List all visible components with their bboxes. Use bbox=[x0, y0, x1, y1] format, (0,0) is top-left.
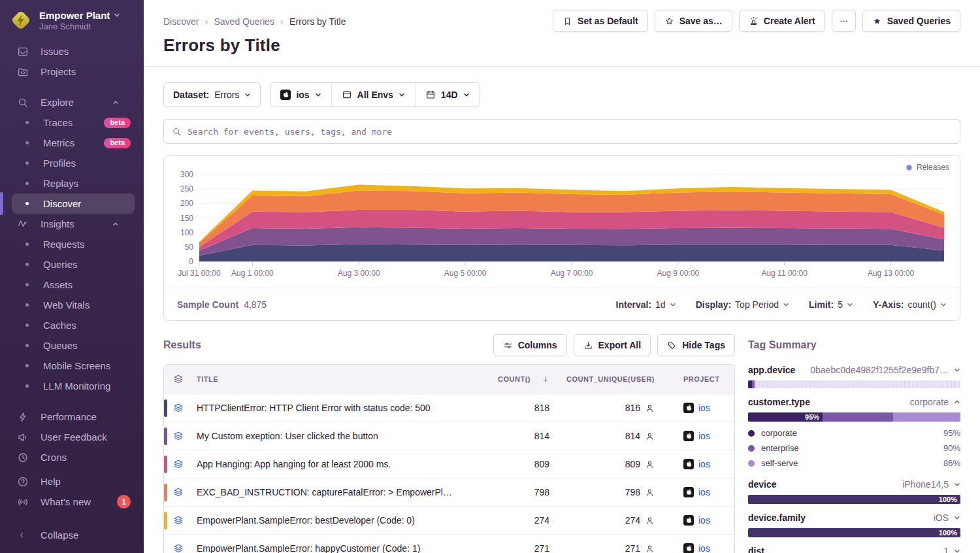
sidebar-item-profiles[interactable]: Profiles bbox=[12, 153, 135, 173]
bullet-dot-icon bbox=[25, 384, 29, 388]
tag-distribution-bar[interactable]: 100% bbox=[748, 528, 960, 537]
column-header-project[interactable]: PROJECT bbox=[662, 375, 734, 383]
row-project-link[interactable]: ios bbox=[662, 459, 734, 469]
tag-value-dot bbox=[748, 430, 755, 437]
stacked-area-chart[interactable]: 050100150200250300Jul 31 00:00Aug 1 00:0… bbox=[164, 159, 960, 288]
row-project-link[interactable]: ios bbox=[662, 543, 734, 553]
hide-tags-button[interactable]: Hide Tags bbox=[657, 334, 735, 356]
create-alert-button[interactable]: Create Alert bbox=[739, 10, 825, 32]
save-as-button[interactable]: Save as… bbox=[655, 10, 732, 32]
column-header-title[interactable]: TITLE bbox=[193, 375, 470, 383]
column-header-count-unique[interactable]: COUNT_UNIQUE(USER) bbox=[555, 375, 662, 383]
bullet-dot-icon bbox=[25, 243, 29, 246]
sidebar-item-metrics[interactable]: Metricsbeta bbox=[12, 133, 135, 153]
tag-bar-segment bbox=[893, 412, 960, 422]
row-title[interactable]: HTTPClientError: HTTP Client Error with … bbox=[193, 403, 470, 413]
saved-queries-button[interactable]: Saved Queries bbox=[862, 10, 960, 32]
layers-icon[interactable] bbox=[173, 431, 184, 441]
siren-icon bbox=[749, 16, 759, 26]
sidebar-item-requests[interactable]: Requests bbox=[12, 234, 135, 254]
user-icon bbox=[645, 431, 655, 441]
layers-icon[interactable] bbox=[173, 543, 184, 553]
row-title[interactable]: App Hanging: App hanging for at least 20… bbox=[193, 459, 470, 469]
column-header-count[interactable]: COUNT() bbox=[470, 375, 555, 383]
chevron-down-icon bbox=[315, 92, 321, 98]
layers-icon[interactable] bbox=[173, 403, 184, 413]
tag-section-toggle[interactable]: customer.typecorporate bbox=[748, 396, 960, 408]
sidebar-item-caches[interactable]: Caches bbox=[12, 315, 135, 335]
sidebar-item-projects[interactable]: Projects bbox=[12, 61, 135, 82]
display-select[interactable]: Display: Top Period bbox=[696, 299, 789, 310]
row-title[interactable]: My Custom exeption: User clicked the but… bbox=[193, 431, 470, 441]
sidebar-item-help[interactable]: Help bbox=[12, 471, 135, 492]
row-count: 814 bbox=[470, 431, 555, 441]
sidebar-item-discover[interactable]: Discover bbox=[12, 193, 135, 214]
row-title[interactable]: EmpowerPlant.SampleError: bestDeveloper … bbox=[193, 515, 470, 526]
sidebar-item-mobile-screens[interactable]: Mobile Screens bbox=[12, 356, 135, 376]
sidebar-item-replays[interactable]: Replays bbox=[12, 173, 135, 193]
chevron-down-icon bbox=[399, 92, 405, 98]
tag-distribution-bar[interactable]: 95% bbox=[748, 412, 960, 422]
sidebar-section-explore[interactable]: Explore bbox=[12, 92, 135, 112]
org-switcher[interactable]: Empower Plant Jane Schmidt bbox=[0, 0, 144, 37]
area-series-0[interactable] bbox=[199, 244, 944, 261]
sidebar-item-user-feedback[interactable]: User Feedback bbox=[12, 427, 135, 447]
chevron-down-icon bbox=[847, 301, 853, 308]
sidebar-item-traces[interactable]: Tracesbeta bbox=[12, 112, 135, 133]
more-options-button[interactable] bbox=[832, 10, 856, 32]
project-filter[interactable]: ios bbox=[270, 83, 331, 107]
tag-bar-segment bbox=[754, 380, 755, 388]
chevron-up-icon bbox=[954, 399, 960, 405]
sidebar-item-llm-monitoring[interactable]: LLM Monitoring bbox=[12, 376, 135, 396]
tag-value-row[interactable]: corporate95% bbox=[748, 426, 960, 441]
tag-section-toggle[interactable]: app.device0baebc0de4982f1255f2e9e9fb7… bbox=[748, 364, 960, 376]
tag-value-row[interactable]: self-serve86% bbox=[748, 456, 960, 471]
row-project-link[interactable]: ios bbox=[662, 431, 734, 441]
table-row: App Hanging: App hanging for at least 20… bbox=[164, 450, 734, 478]
export-all-button[interactable]: Export All bbox=[574, 334, 651, 356]
layers-icon[interactable] bbox=[173, 487, 184, 497]
set-as-default-button[interactable]: Set as Default bbox=[553, 10, 648, 32]
columns-button[interactable]: Columns bbox=[493, 334, 567, 356]
tag-distribution-bar[interactable]: 100% bbox=[748, 495, 960, 504]
yaxis-select[interactable]: Y-Axis: count() bbox=[873, 299, 947, 310]
layers-icon[interactable] bbox=[173, 515, 184, 526]
row-title[interactable]: EmpowerPlant.SampleError: happyCustomer … bbox=[193, 543, 470, 553]
sidebar-item-crons[interactable]: Crons bbox=[12, 447, 135, 467]
sidebar-item-web-vitals[interactable]: Web Vitals bbox=[12, 295, 135, 315]
row-project-link[interactable]: ios bbox=[662, 515, 734, 526]
breadcrumb-item[interactable]: Discover bbox=[163, 16, 199, 27]
breadcrumb-separator: › bbox=[280, 16, 284, 27]
row-count-unique: 798 bbox=[555, 487, 662, 497]
sidebar-item-queries[interactable]: Queries bbox=[12, 254, 135, 275]
limit-select[interactable]: Limit: 5 bbox=[809, 299, 853, 310]
sidebar-item-issues[interactable]: Issues bbox=[12, 41, 135, 61]
sidebar-item-queues[interactable]: Queues bbox=[12, 335, 135, 356]
y-tick-label: 150 bbox=[180, 214, 193, 223]
releases-legend-toggle[interactable]: Releases bbox=[906, 163, 949, 172]
y-tick-label: 300 bbox=[180, 170, 193, 179]
date-range-filter[interactable]: 14D bbox=[415, 83, 480, 107]
tag-section-toggle[interactable]: device.familyiOS bbox=[748, 512, 960, 524]
sidebar-collapse-button[interactable]: Collapse bbox=[12, 525, 135, 545]
sidebar-item-performance[interactable]: Performance bbox=[12, 407, 135, 427]
tag-summary-heading: Tag Summary bbox=[748, 339, 817, 351]
window-icon bbox=[342, 90, 352, 100]
breadcrumb-item[interactable]: Saved Queries bbox=[214, 16, 274, 27]
sidebar-item-assets[interactable]: Assets bbox=[12, 275, 135, 295]
sidebar-section-insights[interactable]: Insights bbox=[12, 214, 135, 234]
interval-select[interactable]: Interval: 1d bbox=[616, 299, 676, 310]
layers-icon[interactable] bbox=[173, 459, 184, 469]
tag-section-toggle[interactable]: dist1 bbox=[748, 545, 960, 553]
sort-descending-icon bbox=[542, 375, 549, 383]
tag-value-row[interactable]: enterprise90% bbox=[748, 441, 960, 456]
row-project-link[interactable]: ios bbox=[662, 487, 734, 497]
sidebar-item-what-s-new[interactable]: What's new1 bbox=[12, 492, 135, 512]
environment-filter[interactable]: All Envs bbox=[331, 83, 415, 107]
tag-section-toggle[interactable]: deviceiPhone14,5 bbox=[748, 478, 960, 490]
row-project-link[interactable]: ios bbox=[662, 403, 734, 413]
row-title[interactable]: EXC_BAD_INSTRUCTION: captureFatalError: … bbox=[193, 487, 470, 497]
search-input[interactable] bbox=[188, 127, 952, 137]
tag-distribution-bar[interactable] bbox=[748, 380, 960, 388]
dataset-select[interactable]: Dataset: Errors bbox=[163, 82, 261, 107]
